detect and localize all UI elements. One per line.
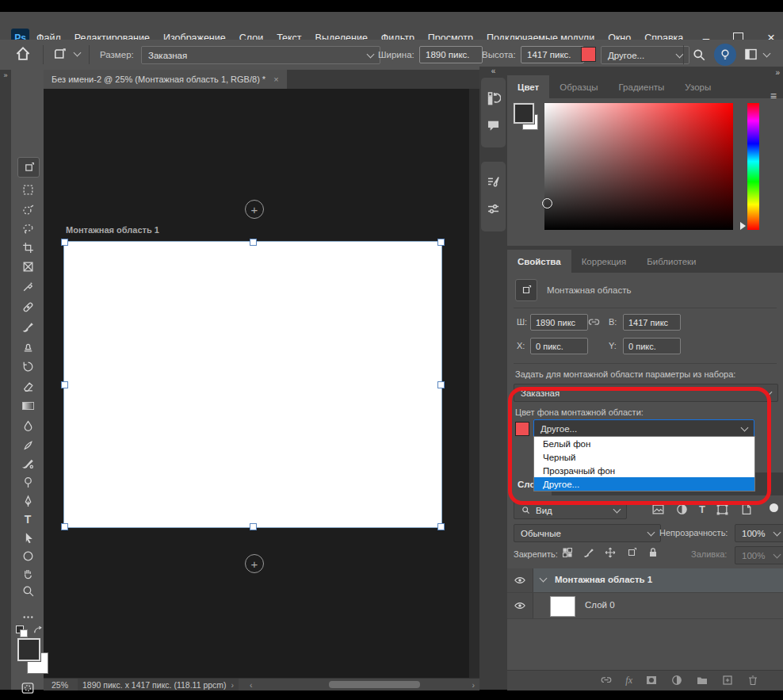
height-input[interactable]: 1417 пикс. bbox=[521, 46, 584, 63]
filter-shape-layers-icon[interactable] bbox=[716, 503, 729, 516]
opacity-value[interactable]: 100% bbox=[735, 524, 783, 542]
filter-toggle-icon[interactable] bbox=[770, 503, 778, 512]
resize-handle[interactable] bbox=[250, 239, 257, 246]
hand-tool[interactable] bbox=[17, 564, 38, 583]
marquee-tool[interactable] bbox=[17, 180, 38, 199]
stamp-tool[interactable] bbox=[17, 337, 38, 356]
tool-preset-picker[interactable] bbox=[52, 46, 80, 62]
resize-handle[interactable] bbox=[61, 239, 68, 246]
color-field-marker[interactable] bbox=[542, 198, 552, 208]
saturation-brightness-field[interactable] bbox=[544, 103, 733, 230]
lock-pixels-icon[interactable] bbox=[582, 546, 595, 559]
filter-adjustment-layers-icon[interactable] bbox=[675, 503, 689, 516]
gradient-tool[interactable] bbox=[17, 396, 38, 415]
layer-filter-dropdown[interactable]: Вид bbox=[514, 501, 627, 519]
link-dimensions-icon[interactable] bbox=[587, 316, 601, 329]
filter-pixel-layers-icon[interactable] bbox=[651, 503, 665, 516]
expand-dock-icon[interactable]: » bbox=[0, 70, 11, 79]
new-group-icon[interactable] bbox=[696, 674, 709, 687]
hue-slider-arrow-icon[interactable] bbox=[740, 222, 746, 230]
zoom-tool[interactable] bbox=[17, 581, 38, 600]
width-input[interactable]: 1890 пикс. bbox=[419, 46, 483, 63]
filter-smart-objects-icon[interactable] bbox=[739, 503, 753, 516]
add-artboard-bottom-icon[interactable]: + bbox=[245, 554, 264, 573]
lasso-tool[interactable] bbox=[17, 219, 38, 238]
size-dropdown[interactable]: Заказная bbox=[141, 46, 380, 64]
vertical-scrollbar[interactable] bbox=[469, 89, 479, 678]
document-tab[interactable]: Без имени-2 @ 25% (Монтажная область 1, … bbox=[44, 70, 287, 89]
smudge-tool[interactable] bbox=[17, 435, 38, 454]
layer-row-artboard[interactable]: Монтажная область 1 bbox=[507, 568, 783, 593]
type-tool[interactable]: T bbox=[17, 510, 38, 529]
resize-handle[interactable] bbox=[61, 523, 68, 530]
scroll-left-icon[interactable]: ‹ bbox=[250, 680, 253, 690]
resize-handle[interactable] bbox=[437, 381, 445, 388]
visibility-toggle[interactable] bbox=[507, 568, 533, 592]
frame-tool[interactable] bbox=[17, 257, 38, 276]
option-white-bg[interactable]: Белый фон bbox=[534, 437, 754, 450]
home-icon[interactable] bbox=[14, 45, 32, 63]
path-select-tool[interactable] bbox=[17, 528, 38, 547]
artboard-x-input[interactable]: 0 пикс. bbox=[530, 338, 588, 354]
scroll-right-icon[interactable]: › bbox=[472, 680, 476, 690]
resize-handle[interactable] bbox=[61, 381, 68, 388]
resize-handle[interactable] bbox=[250, 523, 257, 530]
foreground-color-swatch[interactable] bbox=[514, 103, 534, 124]
blur-tool[interactable] bbox=[17, 416, 38, 435]
resize-handle[interactable] bbox=[437, 239, 445, 246]
object-selection-tool[interactable] bbox=[17, 201, 38, 220]
crop-tool[interactable] bbox=[17, 238, 38, 257]
brush-tool[interactable] bbox=[17, 317, 38, 336]
new-layer-icon[interactable] bbox=[721, 674, 734, 687]
history-icon[interactable] bbox=[481, 84, 506, 111]
collapse-dock-icon[interactable]: « bbox=[479, 67, 507, 75]
tab-properties[interactable]: Свойства bbox=[507, 250, 571, 273]
artboard-color-swatch[interactable] bbox=[581, 47, 596, 62]
history-brush-tool[interactable] bbox=[17, 357, 38, 376]
artboard-preset-dropdown[interactable]: Заказная bbox=[514, 384, 778, 402]
artboard-label[interactable]: Монтажная область 1 bbox=[66, 225, 159, 235]
option-other[interactable]: Другое... bbox=[534, 477, 754, 491]
brush-settings-icon[interactable] bbox=[481, 168, 506, 195]
artboard-bg-preset-dropdown[interactable]: Другое... bbox=[601, 46, 689, 64]
dodge-tool[interactable] bbox=[17, 472, 38, 492]
option-black[interactable]: Черный bbox=[534, 450, 754, 464]
pen-tool[interactable] bbox=[17, 492, 38, 511]
tab-adjustments[interactable]: Коррекция bbox=[571, 250, 637, 273]
tab-libraries[interactable]: Библиотеки bbox=[636, 250, 706, 273]
tab-color[interactable]: Цвет bbox=[507, 75, 549, 98]
eyedropper-tool[interactable] bbox=[17, 277, 38, 296]
bg-color-dropdown[interactable]: Другое... bbox=[533, 419, 754, 438]
tab-swatches[interactable]: Образцы bbox=[549, 75, 608, 98]
ellipse-tool[interactable] bbox=[17, 546, 38, 565]
lock-transparency-icon[interactable] bbox=[561, 546, 574, 559]
tab-patterns[interactable]: Узоры bbox=[674, 75, 721, 98]
artboard-height-input[interactable]: 1417 пикс bbox=[623, 314, 681, 331]
swap-colors-icon[interactable] bbox=[32, 625, 44, 637]
lock-artboard-icon[interactable] bbox=[625, 546, 638, 559]
edit-toolbar-ellipsis[interactable] bbox=[17, 607, 38, 626]
add-layer-mask-icon[interactable] bbox=[645, 674, 658, 687]
canvas[interactable]: + Монтажная область 1 + bbox=[44, 89, 469, 678]
brushes-icon[interactable] bbox=[481, 195, 506, 222]
quick-mask-icon[interactable] bbox=[17, 679, 38, 698]
layer-thumbnail[interactable] bbox=[550, 596, 575, 617]
lock-position-icon[interactable] bbox=[604, 546, 617, 559]
eraser-tool[interactable] bbox=[17, 377, 38, 396]
artboard-width-input[interactable]: 1890 пикс bbox=[530, 314, 588, 331]
workspace-switcher[interactable] bbox=[743, 47, 770, 62]
tab-close-icon[interactable]: × bbox=[273, 75, 278, 84]
layer-row-layer0[interactable]: Слой 0 bbox=[507, 593, 783, 619]
new-adjustment-layer-icon[interactable] bbox=[670, 674, 683, 687]
doc-info-field[interactable]: 1890 пикс. x 1417 пикс. (118.11 ppcm) › bbox=[78, 679, 239, 690]
horizontal-scrollbar-thumb[interactable] bbox=[329, 681, 420, 688]
visibility-toggle[interactable] bbox=[507, 593, 533, 618]
add-artboard-top-icon[interactable]: + bbox=[245, 200, 264, 219]
filter-type-layers-icon[interactable]: T bbox=[699, 503, 705, 515]
comment-icon[interactable] bbox=[481, 111, 506, 138]
discover-highlight[interactable] bbox=[714, 44, 736, 66]
mixer-brush-tool[interactable] bbox=[17, 453, 38, 472]
hue-strip[interactable] bbox=[747, 103, 759, 230]
zoom-level[interactable]: 25% bbox=[52, 680, 68, 690]
artboard-tool[interactable] bbox=[17, 157, 40, 178]
